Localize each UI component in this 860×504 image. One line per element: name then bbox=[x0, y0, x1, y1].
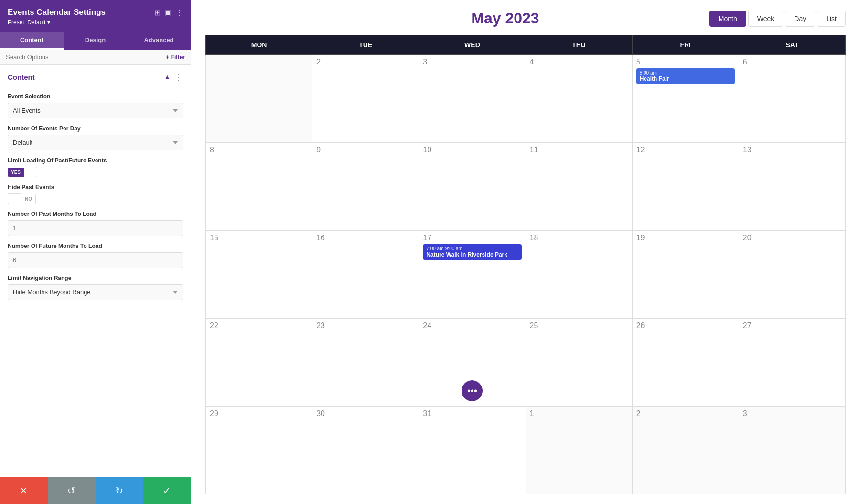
redo-button[interactable]: ↻ bbox=[96, 477, 143, 504]
calendar-grid-wrapper: MON TUE WED THU FRI SAT 2 3 4 5 8:00 am … bbox=[205, 35, 846, 494]
limit-loading-field: Limit Loading Of Past/Future Events YES bbox=[0, 150, 191, 177]
layout-icon[interactable]: ▣ bbox=[164, 8, 172, 17]
capture-icon[interactable]: ⊞ bbox=[154, 8, 161, 17]
calendar-cell: 18 bbox=[526, 231, 633, 319]
header-thu: THU bbox=[526, 35, 633, 55]
sidebar-header: Events Calendar Settings ⊞ ▣ ⋮ Preset: D… bbox=[0, 0, 191, 32]
section-title: Content bbox=[8, 73, 35, 81]
calendar-cell: 6 bbox=[739, 55, 846, 143]
fab-button[interactable]: ••• bbox=[462, 380, 483, 401]
calendar-cell-fri-5: 5 8:00 am Health Fair bbox=[633, 55, 739, 143]
past-months-field: Number Of Past Months To Load bbox=[0, 204, 191, 236]
limit-nav-select[interactable]: Hide Months Beyond Range Disable Navigat… bbox=[8, 284, 183, 300]
toggle-no-knob[interactable] bbox=[8, 193, 21, 204]
list-view-button[interactable]: List bbox=[817, 11, 846, 27]
future-months-input[interactable] bbox=[8, 252, 183, 268]
calendar-day-headers: MON TUE WED THU FRI SAT bbox=[205, 35, 846, 55]
event-selection-field: Event Selection All Events Custom bbox=[0, 86, 191, 118]
limit-nav-field: Limit Navigation Range Hide Months Beyon… bbox=[0, 268, 191, 307]
calendar-cell: 9 bbox=[312, 143, 419, 231]
calendar-cell: 30 bbox=[312, 407, 419, 494]
sidebar-title: Events Calendar Settings bbox=[8, 8, 106, 17]
calendar-cell bbox=[206, 55, 312, 143]
tab-advanced[interactable]: Advanced bbox=[127, 32, 191, 50]
limit-loading-toggle[interactable]: YES bbox=[8, 167, 183, 177]
events-per-day-select[interactable]: Default 1 2 3 bbox=[8, 135, 183, 150]
tab-content[interactable]: Content bbox=[0, 32, 64, 50]
week-view-button[interactable]: Week bbox=[748, 11, 784, 27]
undo-button[interactable]: ↺ bbox=[48, 477, 96, 504]
hide-past-events-field: Hide Past Events NO bbox=[0, 177, 191, 204]
calendar-cell-wed-24: 24 ••• bbox=[419, 319, 526, 407]
calendar-cell: 20 bbox=[739, 231, 846, 319]
calendar-header: May 2023 Month Week Day List bbox=[205, 10, 846, 27]
sidebar-tabs: Content Design Advanced bbox=[0, 32, 191, 50]
more-icon[interactable]: ⋮ bbox=[175, 8, 183, 17]
calendar-cell: 4 bbox=[526, 55, 633, 143]
toggle-no-label: NO bbox=[21, 194, 36, 204]
calendar-cell: 25 bbox=[526, 319, 633, 407]
calendar-cell: 31 bbox=[419, 407, 526, 494]
tab-design[interactable]: Design bbox=[64, 32, 127, 50]
main-content: May 2023 Month Week Day List MON TUE WED… bbox=[191, 0, 860, 504]
event-health-fair[interactable]: 8:00 am Health Fair bbox=[636, 68, 735, 84]
limit-loading-label: Limit Loading Of Past/Future Events bbox=[8, 157, 183, 164]
calendar-cell: 3 bbox=[739, 407, 846, 494]
calendar-cell: 1 bbox=[526, 407, 633, 494]
view-buttons: Month Week Day List bbox=[710, 11, 846, 27]
future-months-field: Number Of Future Months To Load bbox=[0, 236, 191, 268]
calendar-cell: 27 bbox=[739, 319, 846, 407]
header-mon: MON bbox=[206, 35, 312, 55]
limit-nav-label: Limit Navigation Range bbox=[8, 275, 183, 281]
calendar-cell: 19 bbox=[633, 231, 739, 319]
sidebar-preset[interactable]: Preset: Default ▾ bbox=[8, 19, 183, 26]
calendar-cell: 12 bbox=[633, 143, 739, 231]
calendar-cell: 26 bbox=[633, 319, 739, 407]
filter-button[interactable]: + Filter bbox=[166, 54, 185, 61]
calendar-cell: 15 bbox=[206, 231, 312, 319]
calendar-body: 2 3 4 5 8:00 am Health Fair 6 8 9 10 11 … bbox=[205, 55, 846, 494]
calendar-cell: 16 bbox=[312, 231, 419, 319]
section-header: Content ▲ ⋮ bbox=[0, 65, 191, 86]
header-sat: SAT bbox=[739, 35, 846, 55]
future-months-label: Number Of Future Months To Load bbox=[8, 243, 183, 249]
sidebar-header-icons: ⊞ ▣ ⋮ bbox=[154, 8, 183, 17]
content-section: Content ▲ ⋮ Event Selection All Events C… bbox=[0, 65, 191, 307]
hide-past-label: Hide Past Events bbox=[8, 184, 183, 191]
calendar-cell: 22 bbox=[206, 319, 312, 407]
day-view-button[interactable]: Day bbox=[785, 11, 815, 27]
toggle-yes-knob[interactable] bbox=[24, 167, 37, 177]
past-months-input[interactable] bbox=[8, 220, 183, 236]
calendar-cell: 10 bbox=[419, 143, 526, 231]
toggle-yes-label: YES bbox=[8, 168, 24, 177]
calendar-cell: 23 bbox=[312, 319, 419, 407]
sidebar: Events Calendar Settings ⊞ ▣ ⋮ Preset: D… bbox=[0, 0, 191, 504]
cancel-button[interactable]: ✕ bbox=[0, 477, 48, 504]
past-months-label: Number Of Past Months To Load bbox=[8, 211, 183, 217]
save-button[interactable]: ✓ bbox=[143, 477, 191, 504]
sidebar-body: Content ▲ ⋮ Event Selection All Events C… bbox=[0, 65, 191, 504]
sidebar-search-bar: + Filter bbox=[0, 50, 191, 65]
sidebar-bottom: ✕ ↺ ↻ ✓ bbox=[0, 477, 191, 504]
event-selection-select[interactable]: All Events Custom bbox=[8, 103, 183, 118]
calendar-cell: 11 bbox=[526, 143, 633, 231]
search-input[interactable] bbox=[6, 54, 166, 61]
collapse-icon[interactable]: ▲ bbox=[164, 73, 171, 81]
hide-past-toggle[interactable]: NO bbox=[8, 193, 183, 204]
calendar-cell: 13 bbox=[739, 143, 846, 231]
calendar-cell: 2 bbox=[633, 407, 739, 494]
header-tue: TUE bbox=[312, 35, 419, 55]
event-selection-label: Event Selection bbox=[8, 93, 183, 100]
month-view-button[interactable]: Month bbox=[710, 11, 746, 27]
events-per-day-field: Number Of Events Per Day Default 1 2 3 bbox=[0, 118, 191, 150]
calendar-cell: 3 bbox=[419, 55, 526, 143]
header-wed: WED bbox=[419, 35, 526, 55]
events-per-day-label: Number Of Events Per Day bbox=[8, 125, 183, 132]
section-menu-icon[interactable]: ⋮ bbox=[174, 72, 183, 82]
header-fri: FRI bbox=[633, 35, 739, 55]
event-nature-walk[interactable]: 7:00 am-9:00 am Nature Walk in Riverside… bbox=[423, 244, 521, 260]
calendar-cell-wed-17: 17 7:00 am-9:00 am Nature Walk in Rivers… bbox=[419, 231, 526, 319]
calendar-cell: 8 bbox=[206, 143, 312, 231]
calendar-cell: 29 bbox=[206, 407, 312, 494]
calendar-cell: 2 bbox=[312, 55, 419, 143]
